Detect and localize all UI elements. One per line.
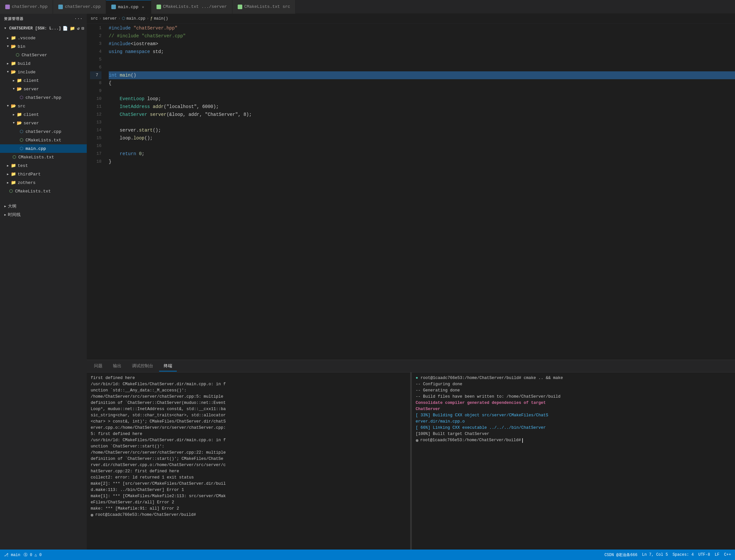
tree-item-cmake-root[interactable]: ⬡ CMakeLists.txt [0,187,87,195]
term-line: eFiles/ChatServer.dir/all] Error 2 [91,499,406,506]
tree-item-include[interactable]: 📂 include [0,68,87,76]
term-line: ChatServer [416,406,731,412]
tab-debug-console[interactable]: 调试控制台 [127,361,158,371]
tree-label: thirdPart [18,172,41,177]
folder-icon: 📁 [10,163,16,169]
project-root[interactable]: CHATSERVER [SSH: L...] 📄 📁 ↺ ⊟ [0,24,87,33]
term-line: Loop*, muduo::net::InetAddress const&, s… [91,406,406,412]
term-line: Consolidate compiler generated dependenc… [416,400,731,406]
term-line: /home/ChatServer/src/server/chatServer.c… [91,450,406,456]
tree-item-main-cpp[interactable]: ⬡ main.cpp [0,144,87,153]
tree-item-include-client[interactable]: 📁 client [0,76,87,85]
status-bar-right: CSDN @老油条666 Ln 7, Col 5 Spaces: 4 UTF-8… [604,552,731,558]
cursor-position[interactable]: Ln 7, Col 5 [642,552,668,557]
tab-output[interactable]: 输出 [108,361,126,371]
tab-problems[interactable]: 问题 [89,361,107,371]
term-line: hatServer.cpp:22: first defined here [91,468,406,475]
cpp-icon: ⬡ [18,146,24,152]
main-area: 资源管理器 ··· CHATSERVER [SSH: L...] 📄 📁 ↺ ⊟… [0,14,735,550]
tree-item-zothers[interactable]: 📁 zothers [0,178,87,187]
tree-label: client [24,112,39,117]
term-line: make[2]: *** [src/server/CMakeFiles/Chat… [91,481,406,487]
tab-chatserver-cpp[interactable]: chatServer.cpp [53,0,106,14]
tab-close-button[interactable]: ✕ [140,4,146,9]
client-arrow [11,78,16,83]
icon-refresh[interactable]: ↺ [77,26,80,31]
line-ending[interactable]: LF [715,552,719,557]
tree-label: include [18,70,36,75]
tree-label: zothers [18,180,36,185]
code-line-3: #include<iostream> [109,40,735,48]
tree-item-src[interactable]: 📂 src [0,102,87,110]
term-line: /home/ChatServer/src/server/chatServer.c… [91,394,406,400]
tree-item-test[interactable]: 📁 test [0,161,87,170]
term-line: erver.dir/main.cpp.o [416,419,731,425]
code-line-12: ChatServer server(&loop, addr, "ChatServ… [109,111,735,118]
tree-label: src [18,104,25,109]
code-line-6 [109,63,735,71]
icon-collapse[interactable]: ⊟ [81,26,84,31]
tree-label: bin [18,44,25,49]
spaces-info[interactable]: Spaces: 4 [672,552,694,557]
code-content[interactable]: #include "chatServer.hpp" // #include "c… [105,24,735,360]
tree-item-include-server[interactable]: 📂 server [0,85,87,93]
tree-item-chatserver-hpp[interactable]: ⬡ chatServer.hpp [0,93,87,102]
folder-icon: 📁 [10,35,16,41]
encoding[interactable]: UTF-8 [698,552,710,557]
tree-item-src-server[interactable]: 📂 server [0,119,87,127]
tree-label: build [18,61,30,66]
git-branch[interactable]: ⎇ main [4,552,20,557]
code-line-16 [109,142,735,150]
more-icon[interactable]: ··· [74,16,83,21]
tab-cmake-server[interactable]: CMakeLists.txt .../server [151,0,232,14]
language-mode[interactable]: C++ [724,552,731,557]
thirdpart-arrow [5,172,10,177]
tab-label: CMakeLists.txt .../server [163,4,227,9]
breadcrumb-src: src [91,16,98,21]
tree-label: client [24,78,39,83]
sidebar-item-outline[interactable]: 大纲 [0,202,87,210]
tree-item-cmake-server[interactable]: ⬡ CMakeLists.txt [0,136,87,144]
tab-chatserver-hpp[interactable]: chatServer.hpp [0,0,53,14]
tree-label: server [24,87,39,92]
tab-terminal[interactable]: 终端 [159,361,177,371]
code-editor[interactable]: 123456 7 8910111213 1415161718 #include … [87,24,735,360]
term-line: -- Configuring done [416,381,731,388]
tab-cmake-src[interactable]: CMakeLists.txt src [232,0,296,14]
breadcrumb-sep: › [118,16,120,21]
tree-item-thirdpart[interactable]: 📁 thirdPart [0,170,87,178]
icon-new-folder[interactable]: 📁 [70,26,75,31]
code-line-9 [109,87,735,95]
build-arrow [5,61,10,66]
tree-item-chatserver-cpp[interactable]: ⬡ chatServer.cpp [0,127,87,136]
terminal-right[interactable]: ● root@1caadc766e53:/home/ChatServer/bui… [412,372,735,550]
icon-new-file[interactable]: 📄 [63,26,68,31]
term-line: 5: first defined here [91,431,406,437]
tree-item-build[interactable]: 📁 build [0,59,87,68]
terminal-content: first defined here /usr/bin/ld: CMakeFil… [87,372,735,550]
tree-item-cmake-src[interactable]: ⬡ CMakeLists.txt [0,153,87,161]
terminal-left[interactable]: first defined here /usr/bin/ld: CMakeFil… [87,372,411,550]
timeline-arrow [3,212,8,217]
term-line: [ 33%] Building CXX object src/server/CM… [416,412,731,419]
sidebar-header: 资源管理器 ··· [0,14,87,24]
term-line: collect2: error: ld returned 1 exit stat… [91,475,406,481]
editor-area: src › server › ⬡ main.cpp › ƒ main() 123… [87,14,735,550]
tab-main-cpp[interactable]: main.cpp ✕ [106,0,151,14]
code-line-2: // #include "chatServer.cpp" [109,32,735,40]
sidebar-item-timeline[interactable]: 时间线 [0,210,87,219]
term-line: -- Build files have been written to: /ho… [416,394,731,400]
term-line: -- Generating done [416,388,731,394]
tree-item-bin[interactable]: 📂 bin [0,42,87,51]
server-arrow [11,120,16,126]
status-bar: ⎇ main Ⓢ 0 △ 0 CSDN @老油条666 Ln 7, Col 5 … [0,550,735,560]
tree-item-chatserver-bin[interactable]: ⬡ ChatServer [0,51,87,59]
tree-item-src-client[interactable]: 📁 client [0,110,87,119]
errors-warnings[interactable]: Ⓢ 0 △ 0 [24,552,42,558]
folder-open-icon: 📂 [10,44,16,49]
cmake-icon: ⬡ [11,154,17,160]
include-arrow [5,69,10,75]
term-prompt-indicator: ● [416,376,419,380]
tree-item-vscode[interactable]: 📁 .vscode [0,34,87,42]
term-line: ● root@1caadc766e53:/home/ChatServer/bui… [416,375,731,381]
